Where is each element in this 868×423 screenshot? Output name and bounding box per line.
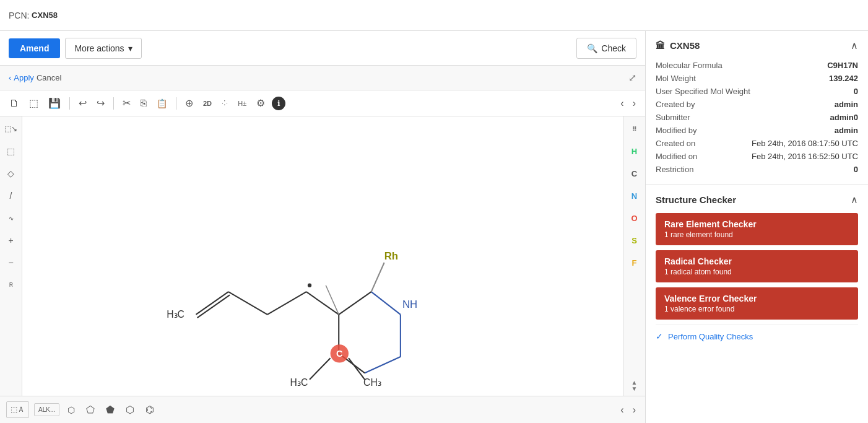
info-row-value: Feb 24th, 2016 08:17:50 UTC <box>752 139 858 148</box>
open-button[interactable]: ⬚ <box>26 95 41 111</box>
molecule-canvas[interactable]: H₃C <box>22 116 623 396</box>
alkyl-btn[interactable]: ALK... <box>34 403 59 416</box>
element-O-button[interactable]: O <box>626 209 643 227</box>
svg-line-8 <box>371 292 401 315</box>
grid-icon-button[interactable]: ⠿ <box>626 120 643 137</box>
element-C-button[interactable]: C <box>626 165 643 182</box>
info-row-label: Modified by <box>656 126 697 135</box>
info-card-title: 🏛 CXN58 <box>656 40 700 51</box>
eraser-tool-button[interactable]: ◇ <box>2 165 20 182</box>
info-row-label: Submitter <box>656 113 690 122</box>
atom-btn[interactable]: ⬚Ａ <box>6 401 29 418</box>
info-row-label: Mol Weight <box>656 74 696 83</box>
checker-item[interactable]: Valence Error Checker1 valence error fou… <box>656 287 858 320</box>
panel-title: CXN58 <box>670 40 700 51</box>
checker-item-sub: 1 rare element found <box>664 230 849 239</box>
cut-button[interactable]: ✂ <box>119 95 134 111</box>
rgroup-tool-button[interactable]: Ｒ <box>2 276 20 294</box>
minus-tool-button[interactable]: − <box>2 254 20 271</box>
benzene-btn[interactable]: ⌬ <box>142 402 157 417</box>
info-row-value: admin0 <box>830 113 858 122</box>
info-row-value: admin <box>835 126 858 135</box>
chain-tool-button[interactable]: ∿ <box>2 209 20 227</box>
checker-item[interactable]: Radical Checker1 radical atom found <box>656 250 858 282</box>
nav-right-button[interactable]: › <box>630 96 639 111</box>
info-row: Mol Weight139.242 <box>656 72 858 85</box>
atom-map-button[interactable]: ·⁚· <box>219 97 231 109</box>
checker-title: Structure Checker <box>656 194 736 205</box>
molecule-svg: H₃C <box>22 116 623 396</box>
check-label: Check <box>601 43 626 53</box>
info-row-label: Modified on <box>656 152 697 161</box>
svg-line-20 <box>349 358 365 380</box>
apply-label: Apply <box>14 73 34 82</box>
2d-button[interactable]: 2D <box>200 98 215 109</box>
checker-item[interactable]: Rare Element Checker1 rare element found <box>656 213 858 245</box>
info-row-value: admin <box>835 100 858 109</box>
redo-button[interactable]: ↪ <box>93 95 108 111</box>
element-S-button[interactable]: S <box>626 232 643 249</box>
info-row-label: Created on <box>656 139 695 148</box>
svg-line-18 <box>310 358 331 380</box>
svg-line-4 <box>267 292 306 315</box>
svg-text:Rh: Rh <box>384 250 398 262</box>
shape1-btn[interactable]: ⬠ <box>83 402 98 417</box>
scroll-down-button[interactable]: ▼ <box>631 386 638 392</box>
pcn-value: CXN58 <box>32 11 58 20</box>
info-row: Created byadmin <box>656 98 858 111</box>
more-actions-button[interactable]: More actions ▾ <box>65 38 141 59</box>
fragment-btn[interactable]: ⬡ <box>64 403 78 417</box>
info-rows-container: Molecular FormulaC9H17NMol Weight139.242… <box>656 59 858 176</box>
main-layout: Amend More actions ▾ 🔍 Check ‹ Apply Can… <box>0 31 868 423</box>
element-H-button[interactable]: H <box>626 142 643 160</box>
toolbar-nav: ‹ › <box>617 96 639 111</box>
checker-item-title: Valence Error Checker <box>664 294 849 303</box>
element-N-button[interactable]: N <box>626 187 643 204</box>
info-row: Modified byadmin <box>656 124 858 137</box>
info-row-label: Molecular Formula <box>656 61 723 70</box>
select-tool-button[interactable]: ⬚↘ <box>2 120 20 137</box>
check-icon: ✓ <box>656 331 663 341</box>
info-row: Molecular FormulaC9H17N <box>656 59 858 72</box>
new-file-button[interactable]: 🗋 <box>6 96 22 111</box>
paste-button[interactable]: 📋 <box>154 97 170 110</box>
collapse-info-button[interactable]: ∧ <box>851 40 858 51</box>
info-row-value: C9H17N <box>827 61 858 70</box>
svg-point-5 <box>308 284 311 287</box>
zoom-button[interactable]: ⊕ <box>182 95 196 111</box>
bottom-nav: ‹ › <box>617 403 639 417</box>
chevron-down-icon: ▾ <box>128 43 132 53</box>
checker-item-sub: 1 radical atom found <box>664 268 849 276</box>
left-toolbox: ⬚↘ ⬚ ◇ / ∿ + − Ｒ <box>0 116 22 396</box>
more-actions-label: More actions <box>74 43 124 53</box>
copy-button[interactable]: ⎘ <box>137 96 150 111</box>
bottom-nav-right[interactable]: › <box>630 403 639 417</box>
checker-item-title: Radical Checker <box>664 256 849 266</box>
hplus-button[interactable]: H± <box>235 98 250 109</box>
undo-button[interactable]: ↩ <box>76 95 90 111</box>
cancel-button[interactable]: Cancel <box>37 73 61 82</box>
svg-line-7 <box>339 292 371 315</box>
amend-button[interactable]: Amend <box>9 38 60 58</box>
plus-tool-button[interactable]: + <box>2 232 20 249</box>
check-button[interactable]: 🔍 Check <box>576 38 636 59</box>
info-row: Restriction0 <box>656 163 858 176</box>
pentagon-btn[interactable]: ⬟ <box>103 402 118 417</box>
nav-left-button[interactable]: ‹ <box>617 96 627 111</box>
pcn-label: PCN: <box>9 11 29 20</box>
svg-line-14 <box>371 263 384 292</box>
info-button[interactable]: ℹ <box>272 97 285 110</box>
lasso-tool-button[interactable]: ⬚ <box>2 142 20 160</box>
bottom-nav-left[interactable]: ‹ <box>617 403 627 417</box>
element-F-button[interactable]: F <box>626 254 643 271</box>
bond-tool-button[interactable]: / <box>2 187 20 204</box>
editor-area: Amend More actions ▾ 🔍 Check ‹ Apply Can… <box>0 31 645 423</box>
quality-check-row[interactable]: ✓ Perform Quality Checks <box>656 325 858 341</box>
svg-text:H₃C: H₃C <box>167 309 184 320</box>
hexagon-btn[interactable]: ⬡ <box>123 402 137 417</box>
save-button[interactable]: 💾 <box>45 95 64 111</box>
collapse-checker-button[interactable]: ∧ <box>851 194 858 206</box>
apply-button[interactable]: ‹ Apply <box>9 73 34 82</box>
settings-button[interactable]: ⚙ <box>253 95 268 111</box>
expand-icon[interactable]: ⤢ <box>628 72 636 84</box>
